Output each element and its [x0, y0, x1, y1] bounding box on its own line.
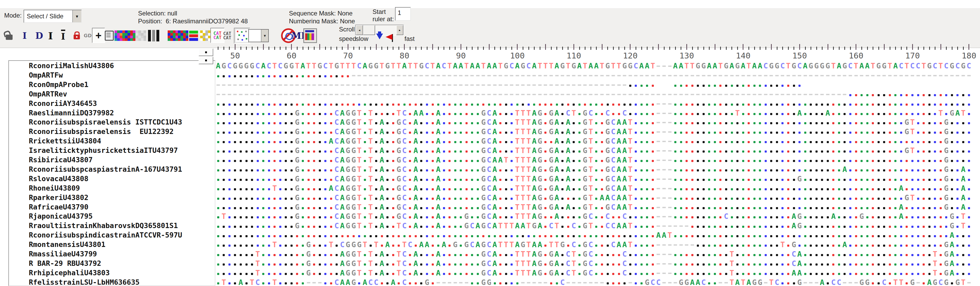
alignment-row[interactable]: GCAGGTTATCAAGCAGCATTTAATGACTCGTCCAATAGGT — [215, 222, 972, 231]
ruler-tick — [754, 47, 755, 50]
sequence-name[interactable]: RhoneiU43809 — [29, 184, 80, 192]
alignment-row[interactable]: GCAGGTTAGCAAGCAATTTTAGGAAGTGCAATG — [215, 156, 972, 165]
rgb-blocks-icon[interactable] — [189, 28, 198, 43]
ruler-number: 60 — [286, 51, 296, 60]
sequence-name[interactable]: RrhipicephaliU43803 — [29, 269, 110, 277]
ruler-number: 120 — [623, 51, 638, 60]
ruler-tick — [449, 47, 450, 50]
alignment-row[interactable] — [215, 80, 972, 90]
sequence-name[interactable]: RmontanensisU43801 — [29, 240, 106, 249]
mode-select[interactable]: Select / Slide ▼ — [24, 10, 82, 23]
alignment-row[interactable]: GACAGGTTAGCAAGCATTTAGAAGTGCAATG — [215, 137, 972, 146]
sequence-name[interactable]: R BAR-29 RBU43792 — [29, 259, 101, 267]
sequence-name[interactable]: RconoriisubspindicastrainATCCVR-597U — [29, 231, 182, 239]
ruler-tick — [748, 47, 749, 50]
alignment-row[interactable]: AATA — [215, 231, 972, 240]
ibeam-icon[interactable]: I — [48, 28, 53, 43]
sequence-name[interactable]: RsibiricaU43807 — [29, 156, 93, 164]
ruler-tick — [765, 47, 766, 50]
sequence-name[interactable]: IsraeliticktyphusrickettsiaITU43797 — [29, 146, 178, 154]
ruler-tick — [348, 44, 348, 50]
sequence-name[interactable]: RafricaeU43790 — [29, 203, 89, 211]
spinner-up-button[interactable] — [199, 48, 213, 56]
ruler-tick — [799, 44, 800, 50]
shade-dots-icon[interactable] — [200, 28, 211, 43]
alignment-row[interactable]: GCAGGTTAGCAAGCATTTAGGAAGTGCAATAGA — [215, 203, 972, 213]
sequence-name[interactable]: Rconoriisubspisraelensis ISTTCDC1U43 — [29, 118, 182, 126]
sequence-name[interactable]: RraoultiistrainKhabarovskDQ365801S1 — [29, 222, 178, 230]
names-scroll-spinner[interactable] — [199, 48, 214, 65]
mosaic-red-icon[interactable] — [168, 28, 178, 43]
red-lock-icon[interactable] — [73, 28, 80, 43]
alignment-row[interactable]: GCAGGTTTCAAAGCATTTAGGACTGCCCTAATGAT — [215, 109, 972, 118]
ruler-tick — [619, 47, 619, 50]
ruler-tick — [585, 47, 585, 50]
clipboard-icon[interactable] — [105, 28, 114, 43]
ruler-tick — [223, 47, 224, 50]
alignment-row[interactable]: GCAGGTTAGCAAGCATTTAGGAAGTGCAATAGA — [215, 165, 972, 174]
ruler-tick — [545, 44, 546, 50]
ruler-number: 180 — [962, 51, 976, 60]
sequence-name[interactable]: RconoriiAY346453 — [29, 99, 97, 107]
ruler-tick — [816, 47, 817, 50]
delete-letter-icon[interactable]: D — [35, 28, 43, 43]
unlock-icon[interactable] — [6, 28, 13, 43]
alignment-row[interactable]: GCAGGTTAGCAAGCATTTAGGAGTAACAATGTGA — [215, 193, 972, 203]
alignment-row[interactable] — [215, 90, 972, 99]
spinner-down-button[interactable] — [199, 57, 213, 64]
ruler-tick — [810, 47, 811, 50]
alignment-row[interactable]: GCAGGTTAGCAAGCATTTAGGAAGTGCAATGTG — [215, 118, 972, 128]
sequence-name[interactable]: OmpARTRev — [29, 90, 67, 98]
ruler-tick — [382, 47, 382, 50]
alignment-row[interactable]: TGAGGTTATCAAGCATTTAGGACTGCCTCATGA — [215, 250, 972, 259]
sequence-name[interactable]: RaeslimanniiDQ379982 — [29, 109, 114, 117]
ruler-tick — [432, 44, 433, 50]
alignment-row[interactable]: TGAGGTTATCAAGCATTTAGGACTGCCTAATGA — [215, 269, 972, 278]
alignment-pane[interactable]: 5060708090100110120130140150160170180AGC… — [215, 0, 980, 286]
sequence-name[interactable]: RjaponicaU43795 — [29, 212, 93, 220]
sequence-name[interactable]: RparkeriU43802 — [29, 193, 89, 201]
sequence-name[interactable]: RconoriiMalishU43806 — [29, 62, 114, 70]
chevron-down-icon[interactable]: ▼ — [72, 10, 81, 22]
alignment-row[interactable]: GCAGGTTAGCAAGCATTTAGGAAGTGCAATGTG — [215, 146, 972, 156]
alignment-row[interactable]: TGTCGGGTTATCAAAGGCAGCATTTAGTAATTGCGCCAAT… — [215, 240, 972, 250]
ruler-tick — [489, 44, 490, 50]
black-bars-icon[interactable] — [148, 28, 159, 43]
sequence-name[interactable]: RconoriisubspcaspiastrainA-167U43791 — [29, 165, 182, 173]
alignment-row[interactable] — [215, 71, 972, 80]
ruler-tick — [252, 47, 253, 50]
gd-icon[interactable]: GD — [84, 28, 92, 43]
alignment-row[interactable]: TGACAGGTTAGCAAGCATTTAGGAAGTGCAATAGA — [215, 184, 972, 193]
plus-crosshair-icon[interactable]: + — [92, 28, 105, 43]
alignment-row[interactable]: TGCAGGTTAGCAAGGCATTTAGAGCCCCAGAGAGT — [215, 212, 972, 222]
colored-letters-icon[interactable] — [115, 28, 125, 43]
ruler-tick — [461, 44, 461, 50]
sequence-name[interactable]: RrickettsiiU43804 — [29, 137, 101, 145]
alignment-row[interactable]: GCAGGTTAGCAAGCATTTAGGAAGTGCAATGTG — [215, 128, 972, 137]
sequence-name[interactable]: RfelisstrainLSU-LbHM636635 — [29, 278, 140, 286]
sequence-name[interactable]: Rconoriisubspisraelensis EU122392 — [29, 128, 174, 136]
insert-letter-icon[interactable]: I — [22, 28, 27, 43]
ruler-tick — [370, 47, 371, 50]
ruler-tick — [280, 47, 280, 50]
color-mosaic-icon[interactable] — [125, 28, 135, 43]
ruler-number: 140 — [736, 51, 751, 60]
alignment-row[interactable]: TGAGGTTATCAAGCATTTAGGACTGCCTCATGA — [215, 259, 972, 269]
alignment-row[interactable]: AGCGGGGCACTCGGTATTGCTGTTTCAGGTGTTATTGCTA… — [215, 62, 972, 71]
sequence-name[interactable]: RconOmpAProbe1 — [29, 80, 89, 89]
sequence-name[interactable]: OmpARTFw — [29, 71, 63, 79]
ruler-tick — [861, 47, 862, 50]
faded-letters-icon[interactable] — [136, 28, 146, 43]
ruler-tick — [387, 47, 388, 50]
ruler-tick — [472, 47, 473, 50]
mosaic-blue-icon[interactable] — [178, 28, 188, 43]
sequence-name[interactable]: RmassiliaeU43799 — [29, 250, 97, 258]
alignment-row[interactable] — [215, 99, 972, 109]
sequence-name[interactable]: RslovacaU43808 — [29, 174, 89, 183]
alignment-row[interactable]: TATCTCAAGACCACGGGCGCCGGAACTATAGGTCGACCGG… — [215, 278, 972, 286]
ruler-number: 170 — [905, 51, 920, 60]
ibeam-overline-icon[interactable]: I — [61, 28, 65, 43]
ruler-tick — [523, 47, 523, 50]
ruler-tick — [517, 44, 518, 50]
alignment-row[interactable]: GCAGGTTAGCAAGCATTTAGGAAGTGCAATGGA — [215, 174, 972, 184]
